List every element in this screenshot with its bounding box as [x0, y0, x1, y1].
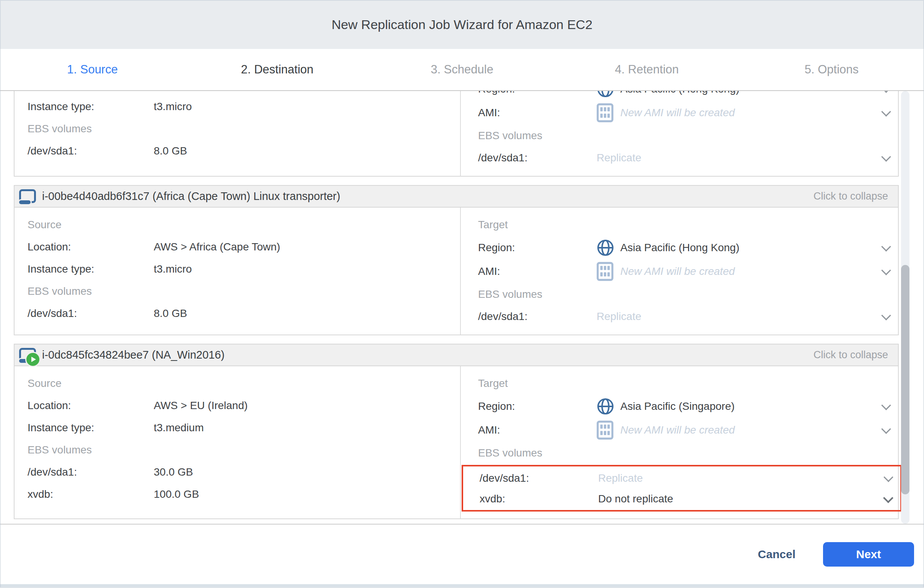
instance-id-label: i-0dc845fc34824bee7 (NA_Win2016) — [42, 349, 224, 361]
cancel-button[interactable]: Cancel — [756, 547, 798, 561]
ami-icon — [597, 420, 620, 440]
wizard-steps: 1. Source2. Destination3. Schedule4. Ret… — [0, 49, 924, 90]
target-section: Target — [478, 214, 898, 236]
ebs-volumes-section: EBS volumes — [478, 283, 898, 305]
instance-panels: Instance type:t3.microEBS volumes/dev/sd… — [14, 90, 899, 519]
row-value: Replicate — [597, 310, 641, 323]
row-value: Replicate — [597, 152, 641, 164]
wizard-content: Instance type:t3.microEBS volumes/dev/sd… — [0, 90, 924, 525]
scrollbar-thumb[interactable] — [901, 265, 909, 494]
volume-mode-dropdown[interactable]: /dev/sda1:Replicate — [478, 147, 898, 169]
source-column: SourceLocation:AWS > EU (Ireland)Instanc… — [15, 366, 461, 519]
ebs-volumes-section: EBS volumes — [28, 118, 460, 140]
volume-mode-dropdown-xvdb[interactable]: xvdb:Do not replicate — [480, 489, 900, 509]
computer-icon — [19, 189, 36, 204]
step-destination[interactable]: 2. Destination — [185, 49, 370, 90]
step-schedule[interactable]: 3. Schedule — [370, 49, 554, 90]
ebs-volumes-section: EBS volumes — [478, 442, 898, 464]
chevron-down-icon — [881, 152, 891, 161]
chevron-down-icon — [881, 242, 891, 251]
instance-type-row: Instance type:t3.micro — [28, 258, 460, 280]
volume-size-row-xvdb: xvdb:100.0 GB — [28, 483, 460, 506]
instance-panel: Instance type:t3.microEBS volumes/dev/sd… — [14, 90, 899, 176]
instance-type-row: Instance type:t3.medium — [28, 417, 460, 439]
chevron-down-icon — [881, 90, 891, 93]
row-value: t3.medium — [154, 422, 204, 434]
source-column: SourceLocation:AWS > Africa (Cape Town)I… — [15, 208, 461, 334]
row-value: Asia Pacific (Singapore) — [620, 400, 735, 412]
volume-size-row: /dev/sda1:30.0 GB — [28, 461, 460, 483]
target-section: Target — [478, 372, 898, 395]
instance-type-row: Instance type:t3.micro — [28, 96, 460, 118]
instance-panel: i-0dc845fc34824bee7 (NA_Win2016)Click to… — [14, 344, 899, 519]
instance-panel: i-00be4d40adb6f31c7 (Africa (Cape Town) … — [14, 185, 899, 335]
globe-icon — [597, 90, 620, 98]
instance-panel-body: SourceLocation:AWS > EU (Ireland)Instanc… — [15, 366, 898, 519]
row-value: Do not replicate — [598, 493, 673, 505]
step-options[interactable]: 5. Options — [739, 49, 924, 90]
highlight-red-box: /dev/sda1:Replicatexvdb:Do not replicate — [462, 465, 902, 512]
volume-mode-dropdown[interactable]: /dev/sda1:Replicate — [478, 305, 898, 328]
play-triangle — [31, 357, 36, 362]
step-retention[interactable]: 4. Retention — [554, 49, 739, 90]
row-value: AWS > Africa (Cape Town) — [154, 241, 280, 253]
source-section: Source — [28, 214, 460, 236]
ami-icon — [597, 103, 620, 122]
ami-icon — [597, 262, 620, 281]
chevron-down-icon — [883, 493, 893, 503]
chevron-down-icon — [881, 265, 891, 275]
collapse-hint: Click to collapse — [813, 349, 888, 361]
target-column: TargetRegion:Asia Pacific (Singapore)AMI… — [461, 366, 898, 519]
row-value: 8.0 GB — [154, 307, 187, 320]
collapse-hint: Click to collapse — [813, 190, 888, 202]
scrollbar-track[interactable] — [901, 91, 909, 524]
play-badge-icon — [25, 352, 41, 367]
row-value: Asia Pacific (Hong Kong) — [620, 242, 739, 254]
row-value: 8.0 GB — [154, 145, 187, 157]
globe-icon — [597, 398, 620, 415]
instance-id-label: i-00be4d40adb6f31c7 (Africa (Cape Town) … — [42, 190, 340, 203]
chevron-down-icon — [881, 400, 891, 410]
ebs-volumes-section: EBS volumes — [478, 125, 898, 147]
location-row: Location:AWS > EU (Ireland) — [28, 395, 460, 417]
chevron-down-icon — [881, 424, 891, 433]
source-section: Source — [28, 372, 460, 395]
wizard-footer: Cancel Next — [0, 525, 924, 584]
ami-dropdown[interactable]: AMI:New AMI will be created — [478, 101, 898, 125]
row-value: 30.0 GB — [154, 466, 193, 478]
computer-running-icon — [19, 348, 36, 362]
row-value: Replicate — [598, 472, 643, 484]
region-dropdown[interactable]: Region:Asia Pacific (Hong Kong) — [478, 90, 898, 101]
source-column: Instance type:t3.microEBS volumes/dev/sd… — [15, 90, 461, 176]
instance-panel-header[interactable]: i-0dc845fc34824bee7 (NA_Win2016)Click to… — [15, 344, 898, 366]
ebs-volumes-section: EBS volumes — [28, 280, 460, 302]
instance-panel-header[interactable]: i-00be4d40adb6f31c7 (Africa (Cape Town) … — [15, 186, 898, 208]
target-column: TargetRegion:Asia Pacific (Hong Kong)AMI… — [461, 208, 898, 334]
next-button[interactable]: Next — [823, 542, 914, 567]
volume-size-row: /dev/sda1:8.0 GB — [28, 302, 460, 324]
region-dropdown[interactable]: Region:Asia Pacific (Hong Kong) — [478, 236, 898, 260]
volume-mode-dropdown[interactable]: /dev/sda1:Replicate — [480, 468, 900, 489]
chevron-down-icon — [883, 472, 893, 482]
row-value: t3.micro — [154, 100, 192, 113]
wizard-titlebar: New Replication Job Wizard for Amazon EC… — [0, 0, 924, 49]
chevron-down-icon — [881, 107, 891, 116]
page-title: New Replication Job Wizard for Amazon EC… — [332, 17, 592, 32]
row-value: New AMI will be created — [620, 424, 735, 436]
bottom-strip — [0, 584, 924, 587]
row-value: AWS > EU (Ireland) — [154, 400, 248, 412]
row-value: Asia Pacific (Hong Kong) — [620, 90, 739, 95]
volume-size-row: /dev/sda1:8.0 GB — [28, 140, 460, 162]
target-column: Region:Asia Pacific (Hong Kong)AMI:New A… — [461, 90, 898, 176]
step-source[interactable]: 1. Source — [0, 49, 185, 90]
instance-panel-body: Instance type:t3.microEBS volumes/dev/sd… — [15, 90, 898, 176]
chevron-down-icon — [881, 310, 891, 320]
instance-panel-body: SourceLocation:AWS > Africa (Cape Town)I… — [15, 208, 898, 334]
ebs-volumes-section: EBS volumes — [28, 439, 460, 461]
row-value: t3.micro — [154, 263, 192, 275]
region-dropdown[interactable]: Region:Asia Pacific (Singapore) — [478, 395, 898, 418]
row-value: 100.0 GB — [154, 488, 199, 501]
row-value: New AMI will be created — [620, 107, 735, 119]
ami-dropdown[interactable]: AMI:New AMI will be created — [478, 418, 898, 442]
ami-dropdown[interactable]: AMI:New AMI will be created — [478, 260, 898, 283]
